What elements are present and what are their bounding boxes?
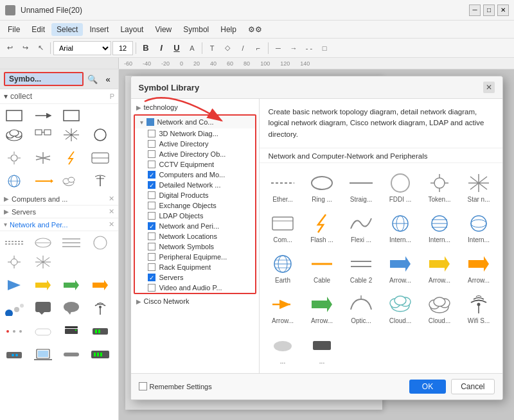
cancel-button[interactable]: Cancel <box>451 379 494 394</box>
menu-select[interactable]: Select <box>51 23 83 36</box>
font-size-input[interactable] <box>112 41 133 55</box>
symbol-cell-24[interactable]: ... <box>265 330 301 368</box>
symbol-cell-18[interactable]: Arrow... <box>265 290 301 328</box>
symbol-cell-9[interactable]: Intern... <box>382 209 419 247</box>
minimize-button[interactable]: ─ <box>469 4 481 16</box>
corner-button[interactable]: ⌐ <box>251 41 265 55</box>
lib-checkbox-11[interactable] <box>148 243 155 250</box>
shape-arrow-orange[interactable] <box>89 276 112 294</box>
library-item-2[interactable]: Active Directory Ob... <box>135 149 255 159</box>
symbol-cell-25[interactable]: ... <box>304 330 341 368</box>
lib-checkbox-5[interactable]: ✓ <box>148 181 155 189</box>
library-item-3[interactable]: CCTV Equipment <box>135 159 255 170</box>
net-icon-3[interactable] <box>60 234 83 252</box>
shape-flag[interactable] <box>3 299 26 317</box>
collect-section[interactable]: ▾ collect P <box>0 89 118 104</box>
network-close-icon[interactable]: ✕ <box>109 220 114 229</box>
cisco-section-header[interactable]: ▶ Cisco Network <box>131 295 259 307</box>
shape-arrows[interactable] <box>31 172 55 190</box>
shape-switch[interactable] <box>89 322 112 340</box>
symbol-cell-22[interactable]: Cloud... <box>421 290 458 328</box>
shape-patch[interactable] <box>89 346 112 363</box>
net-icon-1[interactable] <box>3 234 26 252</box>
lib-checkbox-13[interactable] <box>148 263 155 271</box>
symbol-cell-19[interactable]: Arrow... <box>304 290 341 328</box>
symbol-cell-10[interactable]: Intern... <box>421 209 458 247</box>
symbol-cell-5[interactable]: Star n... <box>461 168 497 206</box>
shape-net1[interactable] <box>31 126 55 144</box>
shape-lightning[interactable] <box>60 149 83 167</box>
symbol-cell-2[interactable]: Straig... <box>343 168 380 206</box>
shape-rect2[interactable] <box>60 107 83 125</box>
lib-checkbox-1[interactable] <box>148 140 155 148</box>
collect-close-icon[interactable]: P <box>110 92 114 100</box>
library-item-15[interactable]: Video and Audio P... <box>135 283 255 293</box>
menu-help[interactable]: Help <box>215 23 242 36</box>
shape-antenna[interactable] <box>89 172 112 190</box>
arrow-button[interactable]: → <box>287 41 301 55</box>
library-item-10[interactable]: Network Locations <box>135 231 255 241</box>
menu-symbol[interactable]: Symbol <box>178 23 214 36</box>
shape-antenna2[interactable] <box>89 299 112 317</box>
pointer-button[interactable]: ↖ <box>33 41 48 55</box>
shape-arrow-yellow[interactable] <box>31 276 55 294</box>
symbol-cell-4[interactable]: Token... <box>421 168 458 206</box>
sidebar-search-button[interactable]: 🔍 <box>86 73 99 85</box>
symbol-cell-6[interactable]: Com... <box>265 209 301 247</box>
menu-layout[interactable]: Layout <box>115 23 148 36</box>
shape-router[interactable] <box>3 346 26 363</box>
symbol-cell-3[interactable]: FDDI ... <box>382 168 419 206</box>
net-icon-2[interactable] <box>31 234 55 252</box>
shape-clouds[interactable] <box>60 172 83 190</box>
library-item-8[interactable]: LDAP Objects <box>135 211 255 221</box>
dash-button[interactable]: - - <box>302 41 316 55</box>
library-item-7[interactable]: Exchange Objects <box>135 200 255 211</box>
lib-checkbox-3[interactable] <box>148 161 155 168</box>
modal-close-button[interactable]: ✕ <box>483 82 495 93</box>
library-item-11[interactable]: Network Symbols <box>135 241 255 252</box>
library-item-14[interactable]: ✓Servers <box>135 272 255 283</box>
shape-cable[interactable] <box>60 346 83 363</box>
text-box-button[interactable]: T <box>205 41 219 55</box>
menu-view[interactable]: View <box>150 23 177 36</box>
lib-checkbox-4[interactable]: ✓ <box>148 171 155 179</box>
close-button[interactable]: ✕ <box>497 4 509 16</box>
library-item-13[interactable]: Rack Equipment <box>135 262 255 272</box>
shape-bubble[interactable] <box>60 299 83 317</box>
shape-rect[interactable] <box>3 107 26 125</box>
symbol-cell-23[interactable]: Wifi S... <box>461 290 497 328</box>
net-icon-4[interactable] <box>89 234 112 252</box>
shape-globe[interactable] <box>3 172 26 190</box>
lib-checkbox-10[interactable] <box>148 232 155 240</box>
symbol-cell-7[interactable]: Flash ... <box>304 209 341 247</box>
shape-sun[interactable] <box>3 149 26 167</box>
lib-checkbox-7[interactable] <box>148 202 155 209</box>
rect-button[interactable]: □ <box>317 41 332 55</box>
library-item-4[interactable]: ✓Computers and Mo... <box>135 170 255 180</box>
font-family-select[interactable]: Arial <box>53 41 111 55</box>
sidebar-computers-section[interactable]: ▶ Computers and ... ✕ <box>0 193 118 206</box>
net-icon-5[interactable] <box>3 253 26 271</box>
ok-button[interactable]: OK <box>409 380 446 394</box>
menu-edit[interactable]: Edit <box>26 23 50 36</box>
lib-checkbox-6[interactable] <box>148 191 155 199</box>
underline-button[interactable]: U <box>170 41 184 55</box>
lib-checkbox-8[interactable] <box>148 212 155 220</box>
redo-button[interactable]: ↪ <box>18 41 32 55</box>
lib-checkbox-2[interactable] <box>148 150 155 158</box>
sidebar-collapse-button[interactable]: « <box>102 73 114 85</box>
lib-checkbox-0[interactable] <box>148 130 155 137</box>
servers-close-icon[interactable]: ✕ <box>109 207 114 216</box>
technology-section-header[interactable]: ▶ technology <box>131 101 259 113</box>
line-button[interactable]: / <box>236 41 250 55</box>
symbol-cell-15[interactable]: Arrow... <box>382 249 419 287</box>
maximize-button[interactable]: □ <box>483 4 495 16</box>
library-item-0[interactable]: 3D Network Diag... <box>135 128 255 139</box>
library-item-12[interactable]: Peripheral Equipme... <box>135 252 255 262</box>
remember-settings-checkbox[interactable]: Remember Settings <box>139 382 212 390</box>
lib-checkbox-12[interactable] <box>148 253 155 261</box>
lib-checkbox-14[interactable]: ✓ <box>148 274 155 281</box>
symbol-cell-1[interactable]: Ring ... <box>304 168 341 206</box>
shape-dots[interactable] <box>3 322 26 340</box>
library-item-9[interactable]: ✓Network and Peri... <box>135 221 255 231</box>
